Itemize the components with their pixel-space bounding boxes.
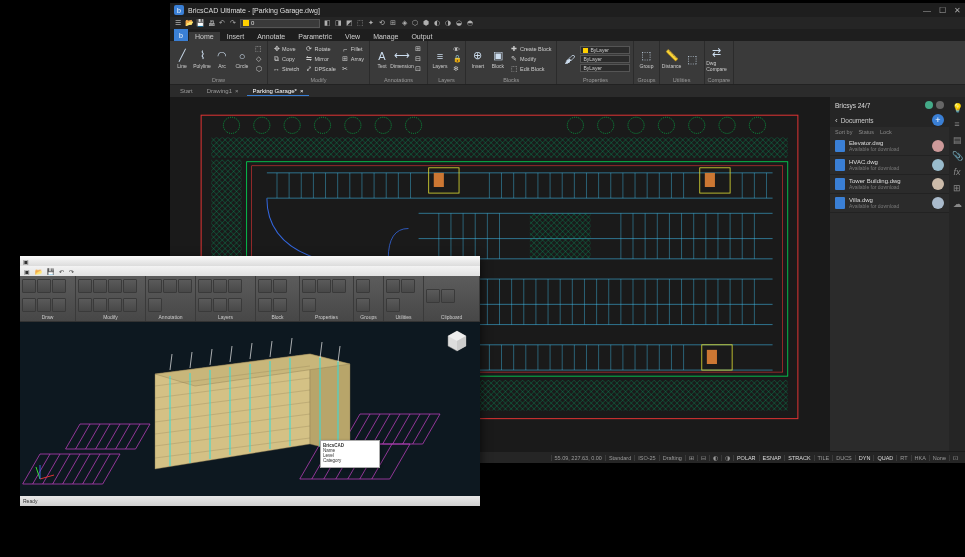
add-button[interactable]: + [932, 114, 944, 126]
app-icon[interactable]: b [174, 5, 184, 15]
status-icon[interactable]: ⊟ [697, 455, 709, 461]
qat-open-icon[interactable]: 📂 [185, 19, 193, 27]
sort-lock-label[interactable]: Lock [880, 129, 892, 135]
status-iso[interactable]: ISO-25 [634, 455, 658, 461]
dwg-compare-button[interactable]: ⇄Dwg Compare [708, 44, 726, 74]
edit-block-button[interactable]: ⬚Edit Block [509, 65, 554, 74]
sec-menu-icon[interactable]: 💾 [47, 268, 54, 275]
sec-ribbon-button[interactable] [302, 279, 316, 293]
array-button[interactable]: ⊞Array [340, 55, 366, 64]
group-button[interactable]: ⬚Group [637, 44, 655, 74]
circle-button[interactable]: ○Circle [233, 44, 251, 74]
create-block-button[interactable]: ✚Create Block [509, 45, 554, 54]
util-button[interactable]: ⬚ [683, 44, 701, 74]
status-none[interactable]: None [929, 455, 949, 461]
cloud-icon[interactable]: ☁ [952, 199, 962, 209]
viewcube[interactable] [444, 328, 470, 354]
anno-small-button[interactable]: ⊞ [413, 45, 424, 54]
back-icon[interactable]: ‹ [835, 116, 838, 125]
sec-ribbon-button[interactable] [148, 279, 162, 293]
status-tile[interactable]: TILE [814, 455, 833, 461]
app-menu-button[interactable]: b [174, 29, 188, 41]
components-icon[interactable]: ⊞ [952, 183, 962, 193]
qat-item[interactable]: ◒ [455, 19, 463, 27]
anno-small-button[interactable]: ⊡ [413, 65, 424, 74]
linetype-combo[interactable]: ByLayer [580, 55, 630, 63]
qat-item[interactable]: ◓ [466, 19, 474, 27]
tab-output[interactable]: Output [405, 32, 438, 41]
close-button[interactable]: ✕ [954, 6, 961, 15]
sec-ribbon-button[interactable] [258, 279, 272, 293]
layer-small-button[interactable]: ❄ [451, 65, 462, 74]
sec-ribbon-button[interactable] [178, 279, 192, 293]
sec-ribbon-button[interactable] [426, 289, 440, 303]
arc-button[interactable]: ◠Arc [213, 44, 231, 74]
tab-home[interactable]: Home [189, 32, 220, 41]
sec-ribbon-button[interactable] [108, 279, 122, 293]
move-button[interactable]: ✥Move [271, 45, 301, 54]
insert-block-button[interactable]: ⊕Insert [469, 44, 487, 74]
formula-icon[interactable]: fx [952, 167, 962, 177]
sec-menu-icon[interactable]: 📂 [35, 268, 42, 275]
sec-ribbon-button[interactable] [386, 298, 400, 312]
qat-redo-icon[interactable]: ↷ [229, 19, 237, 27]
modify-block-button[interactable]: ✎Modify [509, 55, 554, 64]
qat-item[interactable]: ◩ [345, 19, 353, 27]
color-combo[interactable]: ByLayer [580, 46, 630, 54]
scale-button[interactable]: ⤢DPScale [303, 65, 337, 74]
sec-ribbon-button[interactable] [332, 279, 346, 293]
user-avatar-icon[interactable] [936, 101, 944, 109]
qat-item[interactable]: ◑ [444, 19, 452, 27]
sec-ribbon-button[interactable] [273, 279, 287, 293]
tab-view[interactable]: View [339, 32, 366, 41]
stretch-button[interactable]: ↔Stretch [271, 65, 301, 74]
status-dyn[interactable]: DYN [855, 455, 874, 461]
sec-ribbon-button[interactable] [163, 279, 177, 293]
rotate-button[interactable]: ⟳Rotate [303, 45, 337, 54]
anno-small-button[interactable]: ⊟ [413, 55, 424, 64]
modify-small-button[interactable]: ✂ [340, 65, 366, 74]
status-quad[interactable]: QUAD [873, 455, 896, 461]
polyline-button[interactable]: ⌇Polyline [193, 44, 211, 74]
qat-undo-icon[interactable]: ↶ [218, 19, 226, 27]
text-button[interactable]: AText [373, 44, 391, 74]
sec-ribbon-button[interactable] [317, 279, 331, 293]
sec-ribbon-button[interactable] [22, 298, 36, 312]
qat-item[interactable]: ⟲ [378, 19, 386, 27]
sec-ribbon-button[interactable] [386, 279, 400, 293]
file-item[interactable]: HVAC.dwgAvailable for download [830, 156, 949, 175]
sec-ribbon-button[interactable] [37, 279, 51, 293]
tab-annotate[interactable]: Annotate [251, 32, 291, 41]
sec-drawing-canvas[interactable]: BricsCAD Name Level Category [20, 322, 480, 496]
tab-parametric[interactable]: Parametric [292, 32, 338, 41]
sec-ribbon-button[interactable] [78, 279, 92, 293]
qat-item[interactable]: ◨ [334, 19, 342, 27]
sec-ribbon-button[interactable] [22, 279, 36, 293]
sec-ribbon-button[interactable] [258, 298, 272, 312]
qat-item[interactable]: ◧ [323, 19, 331, 27]
sec-ribbon-button[interactable] [108, 298, 122, 312]
sec-ribbon-button[interactable] [148, 298, 162, 312]
qat-item[interactable]: ◐ [433, 19, 441, 27]
sec-ribbon-button[interactable] [93, 279, 107, 293]
sec-ribbon-button[interactable] [123, 298, 137, 312]
status-hka[interactable]: HKA [911, 455, 929, 461]
layers-icon[interactable]: ≡ [952, 119, 962, 129]
draw-small-button[interactable]: ◇ [253, 55, 264, 64]
status-polar[interactable]: POLAR [733, 455, 759, 461]
status-rt[interactable]: RT [896, 455, 910, 461]
sec-ribbon-button[interactable] [401, 279, 415, 293]
sec-ribbon-button[interactable] [441, 289, 455, 303]
sec-ribbon-button[interactable] [228, 279, 242, 293]
tab-insert[interactable]: Insert [221, 32, 251, 41]
fillet-button[interactable]: ⌐Fillet [340, 45, 366, 54]
distance-button[interactable]: 📏Distance [663, 44, 681, 74]
status-mode[interactable]: Drafting [659, 455, 685, 461]
sort-by-label[interactable]: Sort by [835, 129, 852, 135]
tab-manage[interactable]: Manage [367, 32, 404, 41]
doc-tab-drawing1[interactable]: Drawing1× [201, 87, 245, 96]
copy-button[interactable]: ⧉Copy [271, 55, 301, 64]
sec-ribbon-button[interactable] [356, 279, 370, 293]
sec-ribbon-button[interactable] [52, 298, 66, 312]
status-ducs[interactable]: DUCS [832, 455, 855, 461]
